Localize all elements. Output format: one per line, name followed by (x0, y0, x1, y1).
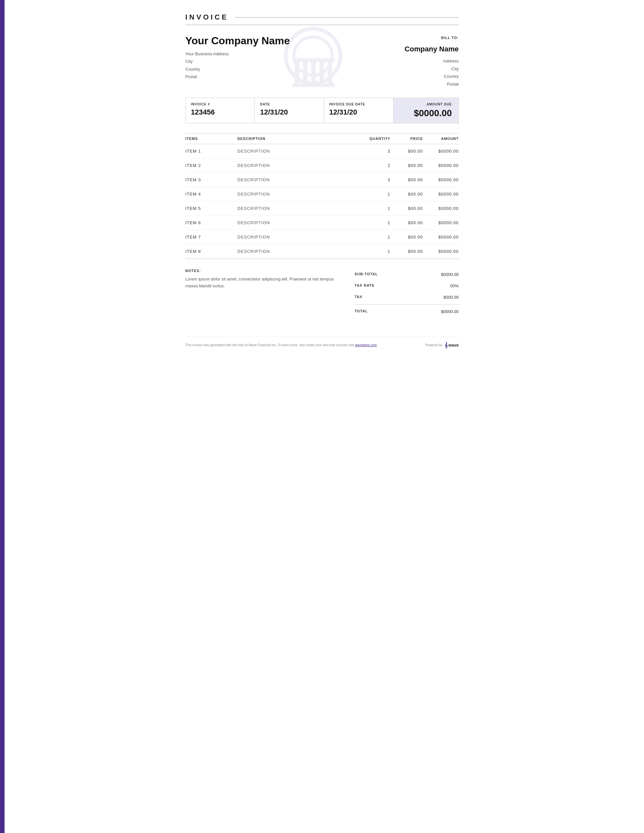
tax-rate-row: TAX RATE 00% (355, 280, 459, 291)
item-price: $00.00 (391, 149, 423, 154)
footer: This invoice was generated with the help… (185, 337, 459, 348)
item-amount: $0000.00 (423, 220, 459, 225)
item-name: Item 6 (185, 220, 238, 225)
table-row: Item 7 Description 1 $00.00 $0000.00 (185, 230, 459, 244)
tax-rate-label: TAX RATE (355, 283, 375, 288)
item-price: $00.00 (391, 191, 423, 196)
due-date-cell: INVOICE DUE DATE 12/31/20 (324, 98, 393, 123)
item-name: Item 3 (185, 177, 238, 182)
item-quantity: 2 (358, 163, 391, 168)
item-name: Item 7 (185, 235, 238, 240)
item-price: $00.00 (391, 206, 423, 211)
notes-section: NOTES: Lorem ipsum dolor sit amet, conse… (185, 269, 355, 317)
invoice-number-value: 123456 (191, 108, 250, 116)
items-table-header: ITEMS DESCRIPTION QUANTITY PRICE AMOUNT (185, 133, 459, 144)
table-row: Item 4 Description 1 $00.00 $0000.00 (185, 187, 459, 201)
item-price: $00.00 (391, 235, 423, 240)
recipient-info: BILL TO: Company Name Address City Count… (404, 35, 459, 88)
total-value: $0000.00 (441, 309, 459, 314)
item-price: $00.00 (391, 249, 423, 254)
item-quantity: 1 (358, 220, 391, 225)
item-quantity: 1 (358, 206, 391, 211)
table-row: Item 3 Description 3 $00.00 $0000.00 (185, 173, 459, 187)
item-quantity: 3 (358, 149, 391, 154)
item-amount: $0000.00 (423, 163, 459, 168)
table-row: Item 5 Description 1 $00.00 $0000.00 (185, 201, 459, 216)
header-description: DESCRIPTION (238, 137, 358, 141)
subtotal-row: SUB-TOTAL $0000.00 (355, 269, 459, 280)
subtotal-label: SUB-TOTAL (355, 272, 378, 277)
item-description: Description (238, 163, 358, 168)
wave-icon: 𝄞 (444, 342, 448, 348)
item-description: Description (238, 235, 358, 240)
header-amount: AMOUNT (423, 137, 459, 141)
table-row: Item 8 Description 1 $00.00 $0000.00 (185, 244, 459, 259)
sender-info: Your Company Name Your Business Address … (185, 35, 405, 88)
invoice-number-cell: INVOICE # 123456 (186, 98, 255, 123)
invoice-number-label: INVOICE # (191, 103, 250, 106)
item-price: $00.00 (391, 163, 423, 168)
header-price: PRICE (391, 137, 423, 141)
item-quantity: 1 (358, 191, 391, 196)
tax-rate-value: 00% (450, 283, 459, 288)
bill-to-label: BILL TO: (404, 35, 459, 41)
item-amount: $0000.00 (423, 191, 459, 196)
waveapps-link[interactable]: waveapps.com (355, 343, 377, 347)
sender-company-name: Your Company Name (185, 35, 405, 47)
due-date-label: INVOICE DUE DATE (329, 103, 388, 106)
totals-divider (355, 304, 459, 305)
sender-address: Your Business Address City Country Posta… (185, 50, 405, 81)
item-description: Description (238, 206, 358, 211)
date-label: DATE (260, 103, 319, 106)
wave-logo: 𝄞 wave (444, 342, 459, 348)
items-rows: Item 1 Description 3 $00.00 $0000.00 Ite… (185, 144, 459, 259)
totals-section: SUB-TOTAL $0000.00 TAX RATE 00% TAX $000… (355, 269, 459, 317)
table-row: Item 2 Description 2 $00.00 $0000.00 (185, 158, 459, 173)
item-description: Description (238, 177, 358, 182)
amount-due-value: $0000.00 (400, 108, 452, 119)
item-quantity: 3 (358, 177, 391, 182)
tax-label: TAX (355, 295, 362, 300)
header-divider (235, 17, 459, 18)
date-cell: DATE 12/31/20 (255, 98, 324, 123)
item-description: Description (238, 191, 358, 196)
tax-row: TAX $000.00 (355, 291, 459, 303)
item-amount: $0000.00 (423, 177, 459, 182)
item-description: Description (238, 149, 358, 154)
amount-due-cell: AMOUNT DUE $0000.00 (393, 98, 459, 123)
amount-due-label: AMOUNT DUE (400, 103, 452, 106)
item-name: Item 5 (185, 206, 238, 211)
notes-label: NOTES: (185, 269, 342, 273)
company-section: Your Company Name Your Business Address … (185, 35, 459, 88)
item-quantity: 1 (358, 235, 391, 240)
item-name: Item 8 (185, 249, 238, 254)
invoice-header: INVOICE (185, 13, 459, 25)
recipient-company-name: Company Name (404, 43, 459, 56)
notes-text: Lorem ipsum dolor sit amet, consectetur … (185, 276, 342, 289)
item-amount: $0000.00 (423, 206, 459, 211)
bottom-section: NOTES: Lorem ipsum dolor sit amet, conse… (185, 269, 459, 317)
item-amount: $0000.00 (423, 235, 459, 240)
header-quantity: QUANTITY (358, 137, 391, 141)
table-row: Item 1 Description 3 $00.00 $0000.00 (185, 144, 459, 158)
invoice-details-left: INVOICE # 123456 DATE 12/31/20 INVOICE D… (186, 98, 393, 123)
item-name: Item 4 (185, 191, 238, 196)
item-amount: $0000.00 (423, 249, 459, 254)
header-items: ITEMS (185, 137, 238, 141)
item-description: Description (238, 249, 358, 254)
invoice-title: INVOICE (185, 13, 229, 21)
item-description: Description (238, 220, 358, 225)
footer-text: This invoice was generated with the help… (185, 343, 377, 347)
item-price: $00.00 (391, 177, 423, 182)
invoice-details-bar: INVOICE # 123456 DATE 12/31/20 INVOICE D… (185, 98, 459, 123)
date-value: 12/31/20 (260, 108, 319, 116)
item-price: $00.00 (391, 220, 423, 225)
item-name: Item 1 (185, 149, 238, 154)
tax-value: $000.00 (444, 295, 459, 300)
items-section: ITEMS DESCRIPTION QUANTITY PRICE AMOUNT … (185, 133, 459, 259)
table-row: Item 6 Description 1 $00.00 $0000.00 (185, 216, 459, 230)
item-quantity: 1 (358, 249, 391, 254)
total-label: TOTAL (355, 309, 368, 314)
total-row: TOTAL $0000.00 (355, 306, 459, 317)
powered-by: Powered by 𝄞 wave (425, 342, 459, 348)
